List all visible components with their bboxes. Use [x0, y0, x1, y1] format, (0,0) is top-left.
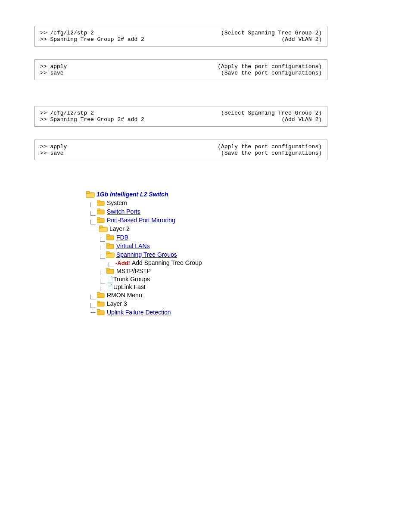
svg-rect-4 [97, 200, 100, 202]
tree-item-mstp: MSTP/RSTP [100, 267, 377, 275]
tree-item-rmon: RMON Menu [90, 291, 377, 299]
code-line: >> /cfg/l2/stp 2 (Select Spanning Tree G… [40, 110, 322, 116]
add-icon: -Add! [115, 260, 130, 266]
tree-item-layer2: Layer 2 [86, 225, 377, 233]
tree-label-fdb[interactable]: FDB [116, 234, 128, 241]
code-section-2: >> apply (Apply the port configurations)… [34, 59, 377, 80]
code-block-2: >> apply (Apply the port configurations)… [34, 59, 327, 80]
tree-item-switch-ports: Switch Ports [90, 208, 377, 215]
code-line: >> Spanning Tree Group 2# add 2 (Add VLA… [40, 36, 322, 43]
code-block-1: >> /cfg/l2/stp 2 (Select Spanning Tree G… [34, 26, 327, 47]
svg-rect-1 [86, 191, 90, 193]
svg-rect-8 [97, 217, 100, 219]
tree-item-uplink-fast: 📄 UpLink Fast [100, 283, 377, 290]
folder-icon-mstp [106, 267, 115, 275]
tree-label-rmon: RMON Menu [107, 292, 142, 299]
tree-label-port-mirroring[interactable]: Port-Based Port Mirroring [107, 217, 175, 224]
folder-icon-rmon [97, 291, 105, 299]
folder-icon-system [97, 199, 105, 207]
svg-rect-17 [106, 252, 109, 254]
tree-label-trunk: Trunk Groups [113, 276, 150, 283]
code-line: >> save (Save the port configurations) [40, 70, 322, 76]
svg-rect-10 [99, 226, 103, 228]
tree-label-layer3: Layer 3 [107, 300, 127, 307]
tree-label-layer2: Layer 2 [109, 225, 130, 232]
svg-rect-26 [97, 309, 100, 311]
tree-item-stp: Spanning Tree Groups [100, 251, 377, 258]
folder-icon-switch-ports [97, 208, 105, 215]
tree-item-layer3: Layer 3 [90, 300, 377, 308]
svg-rect-24 [97, 301, 100, 303]
code-section-3: >> /cfg/l2/stp 2 (Select Spanning Tree G… [34, 106, 377, 127]
tree-label-uplink-fast: UpLink Fast [113, 283, 146, 290]
code-line: >> apply (Apply the port configurations) [40, 143, 322, 150]
folder-open-icon-stp [106, 251, 115, 258]
svg-rect-15 [106, 243, 109, 245]
svg-rect-6 [97, 208, 100, 211]
folder-icon-uplink-failure [97, 308, 105, 316]
svg-rect-22 [97, 292, 100, 294]
tree-label-system: System [107, 199, 127, 206]
tree-item-system: System [90, 199, 377, 207]
folder-open-icon-layer2 [99, 225, 108, 233]
code-section-1: >> /cfg/l2/stp 2 (Select Spanning Tree G… [34, 26, 377, 47]
tree-label-uplink-failure[interactable]: Uplink Failure Detection [107, 309, 171, 316]
tree-item-root: 1Gb Intelligent L2 Switch [86, 190, 377, 198]
folder-icon-layer3 [97, 300, 105, 308]
code-section-4: >> apply (Apply the port configurations)… [34, 140, 377, 160]
svg-rect-20 [106, 268, 109, 270]
tree-label-mstp: MSTP/RSTP [116, 268, 151, 274]
tree-item-port-mirroring: Port-Based Port Mirroring [90, 216, 377, 224]
folder-icon-vlans [106, 242, 115, 250]
folder-icon-port-mirroring [97, 216, 105, 224]
tree-item-add-stp: -Add! Add Spanning Tree Group [109, 259, 377, 266]
tree-label-vlans[interactable]: Virtual LANs [116, 243, 150, 249]
tree-item-uplink-failure: Uplink Failure Detection [90, 308, 377, 316]
folder-icon-fdb [106, 233, 115, 241]
tree-label-switch-ports[interactable]: Switch Ports [107, 208, 140, 215]
code-block-3: >> /cfg/l2/stp 2 (Select Spanning Tree G… [34, 106, 327, 127]
nav-tree: 1Gb Intelligent L2 Switch System Switch … [86, 190, 377, 316]
folder-open-icon [86, 190, 95, 198]
tree-item-fdb: FDB [100, 233, 377, 241]
tree-label-root[interactable]: 1Gb Intelligent L2 Switch [97, 191, 168, 198]
tree-item-trunk: 📄 Trunk Groups [100, 276, 377, 283]
code-line: >> /cfg/l2/stp 2 (Select Spanning Tree G… [40, 30, 322, 36]
tree-label-stp[interactable]: Spanning Tree Groups [116, 251, 177, 258]
code-block-4: >> apply (Apply the port configurations)… [34, 140, 327, 160]
code-line: >> save (Save the port configurations) [40, 150, 322, 156]
doc-icon-uplink-fast: 📄 [106, 283, 113, 290]
doc-icon-trunk: 📄 [106, 276, 113, 283]
code-line: >> Spanning Tree Group 2# add 2 (Add VLA… [40, 116, 322, 123]
tree-item-vlans: Virtual LANs [100, 242, 377, 250]
tree-label-add-stp: Add Spanning Tree Group [132, 259, 202, 266]
code-line: >> apply (Apply the port configurations) [40, 63, 322, 70]
svg-rect-13 [106, 234, 109, 236]
